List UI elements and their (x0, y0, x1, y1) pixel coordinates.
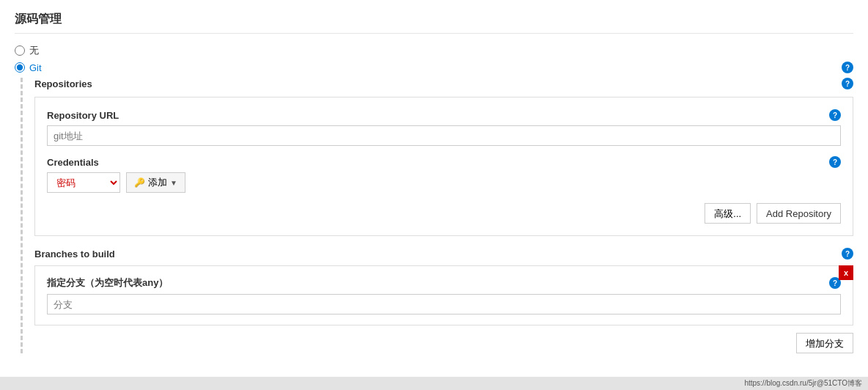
add-branch-button[interactable]: 增加分支 (796, 333, 853, 353)
delete-branch-button[interactable]: x (839, 265, 853, 280)
branches-section: Branches to build ? x 指定分支（为空时代表any） ? 增… (34, 248, 853, 353)
branch-field-label: 指定分支（为空时代表any） (47, 276, 168, 290)
add-branch-button-row: 增加分支 (34, 333, 853, 353)
key-icon: 🔑 (134, 177, 145, 188)
add-credentials-button[interactable]: 🔑 添加 ▼ (126, 172, 185, 193)
repositories-header: Repositories ? (34, 78, 853, 89)
scm-radio-group: 无 Git ? (15, 44, 853, 73)
radio-none[interactable]: 无 (15, 44, 853, 57)
credentials-help-icon[interactable]: ? (829, 156, 841, 168)
footer-text: https://blog.csdn.ru/5jr@51CTO博客 (744, 379, 862, 387)
credentials-controls: 密码 🔑 添加 ▼ (47, 172, 841, 193)
radio-git-label: Git (29, 62, 42, 73)
repository-url-label-row: Repository URL ? (47, 109, 841, 121)
branches-header: Branches to build ? (34, 248, 853, 260)
repository-url-help-icon[interactable]: ? (829, 109, 841, 121)
repositories-help-icon[interactable]: ? (842, 78, 853, 89)
repository-url-field: Repository URL ? (47, 109, 841, 146)
page-container: 源码管理 无 Git ? Repositories ? Repository U… (0, 0, 868, 390)
radio-none-label: 无 (29, 44, 39, 57)
repository-card: Repository URL ? Credentials ? 密码 🔑 (34, 97, 853, 236)
page-title: 源码管理 (15, 12, 853, 34)
repository-button-row: 高级... Add Repository (47, 203, 841, 224)
repository-url-input[interactable] (47, 125, 841, 146)
branch-input[interactable] (47, 294, 841, 314)
credentials-select[interactable]: 密码 (47, 172, 120, 193)
footer-bar: https://blog.csdn.ru/5jr@51CTO博客 (0, 377, 868, 390)
git-help-icon[interactable]: ? (842, 62, 853, 73)
branch-field-header: 指定分支（为空时代表any） ? (47, 276, 841, 290)
add-repository-button[interactable]: Add Repository (757, 203, 841, 224)
branches-help-icon[interactable]: ? (842, 248, 853, 260)
credentials-label: Credentials (47, 157, 99, 168)
repository-url-label: Repository URL (47, 110, 119, 121)
radio-git[interactable]: Git ? (15, 62, 853, 73)
branch-item: x 指定分支（为空时代表any） ? (34, 265, 853, 325)
credentials-field: Credentials ? 密码 🔑 添加 ▼ (47, 156, 841, 193)
radio-none-input[interactable] (15, 45, 25, 56)
advanced-button[interactable]: 高级... (705, 203, 751, 224)
git-section: Repositories ? Repository URL ? Credenti… (21, 78, 853, 353)
credentials-label-row: Credentials ? (47, 156, 841, 168)
radio-git-input[interactable] (15, 62, 25, 73)
branches-label: Branches to build (34, 249, 115, 260)
dropdown-arrow-icon: ▼ (170, 179, 177, 187)
add-credentials-label: 添加 (148, 176, 167, 189)
repositories-label: Repositories (34, 78, 92, 89)
